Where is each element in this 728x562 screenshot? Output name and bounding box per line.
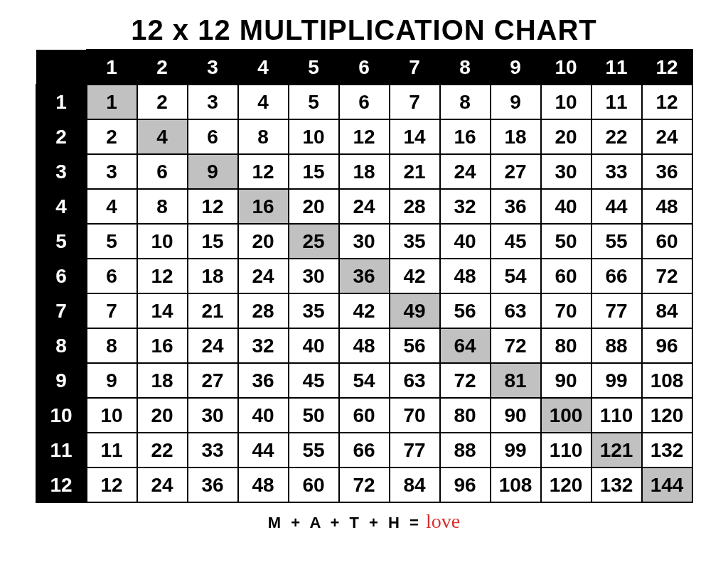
col-header: 10: [541, 50, 592, 85]
header-row: 123456789101112: [36, 50, 692, 85]
cell: 35: [289, 293, 339, 328]
cell: 14: [390, 119, 440, 154]
cell: 30: [289, 259, 339, 293]
cell: 48: [440, 259, 491, 293]
cell: 16: [440, 119, 491, 154]
cell: 77: [592, 293, 642, 328]
cell: 108: [642, 363, 692, 398]
cell: 5: [289, 85, 339, 119]
cell: 32: [238, 328, 289, 363]
cell: 18: [137, 363, 188, 398]
cell: 90: [541, 363, 592, 398]
cell: 12: [137, 259, 188, 293]
col-header: 6: [339, 50, 390, 85]
cell: 121: [592, 433, 642, 468]
cell: 16: [137, 328, 188, 363]
cell: 55: [289, 433, 339, 468]
cell: 11: [87, 433, 137, 468]
corner-cell: [36, 50, 87, 85]
cell: 2: [87, 119, 137, 154]
cell: 70: [390, 398, 440, 433]
cell: 54: [491, 259, 541, 293]
footer-love-text: love: [426, 510, 460, 533]
cell: 20: [238, 224, 289, 259]
cell: 42: [339, 293, 390, 328]
cell: 9: [87, 363, 137, 398]
cell: 108: [491, 468, 541, 502]
cell: 36: [238, 363, 289, 398]
row-header: 5: [36, 224, 87, 259]
table-row: 551015202530354045505560: [36, 224, 692, 259]
row-header: 4: [36, 189, 87, 224]
cell: 77: [390, 433, 440, 468]
cell: 15: [188, 224, 238, 259]
col-header: 5: [289, 50, 339, 85]
cell: 56: [440, 293, 491, 328]
cell: 72: [339, 468, 390, 502]
cell: 45: [289, 363, 339, 398]
cell: 12: [238, 154, 289, 189]
table-row: 10102030405060708090100110120: [36, 398, 692, 433]
cell: 3: [87, 154, 137, 189]
cell: 11: [592, 85, 642, 119]
cell: 8: [238, 119, 289, 154]
table-row: 3369121518212427303336: [36, 154, 692, 189]
cell: 28: [390, 189, 440, 224]
cell: 40: [541, 189, 592, 224]
cell: 21: [188, 293, 238, 328]
cell: 27: [188, 363, 238, 398]
cell: 80: [440, 398, 491, 433]
cell: 120: [541, 468, 592, 502]
cell: 84: [642, 293, 692, 328]
col-header: 8: [440, 50, 491, 85]
cell: 4: [87, 189, 137, 224]
col-header: 3: [188, 50, 238, 85]
cell: 24: [188, 328, 238, 363]
cell: 6: [188, 119, 238, 154]
cell: 27: [491, 154, 541, 189]
cell: 72: [642, 259, 692, 293]
row-header: 6: [36, 259, 87, 293]
cell: 56: [390, 328, 440, 363]
cell: 24: [137, 468, 188, 502]
col-header: 11: [592, 50, 642, 85]
cell: 144: [642, 468, 692, 502]
cell: 44: [592, 189, 642, 224]
col-header: 4: [238, 50, 289, 85]
cell: 22: [137, 433, 188, 468]
cell: 132: [592, 468, 642, 502]
cell: 99: [491, 433, 541, 468]
cell: 44: [238, 433, 289, 468]
cell: 42: [390, 259, 440, 293]
table-row: 881624324048566472808896: [36, 328, 692, 363]
cell: 40: [238, 398, 289, 433]
table-row: 771421283542495663707784: [36, 293, 692, 328]
cell: 63: [390, 363, 440, 398]
cell: 18: [188, 259, 238, 293]
cell: 5: [87, 224, 137, 259]
cell: 28: [238, 293, 289, 328]
cell: 60: [289, 468, 339, 502]
table-row: 44812162024283236404448: [36, 189, 692, 224]
cell: 8: [440, 85, 491, 119]
cell: 10: [541, 85, 592, 119]
cell: 63: [491, 293, 541, 328]
row-header: 7: [36, 293, 87, 328]
row-header: 3: [36, 154, 87, 189]
cell: 8: [87, 328, 137, 363]
cell: 7: [390, 85, 440, 119]
cell: 8: [137, 189, 188, 224]
cell: 10: [289, 119, 339, 154]
cell: 50: [541, 224, 592, 259]
multiplication-table: 123456789101112 112345678910111222468101…: [36, 49, 693, 503]
cell: 20: [289, 189, 339, 224]
row-header: 2: [36, 119, 87, 154]
cell: 9: [491, 85, 541, 119]
cell: 100: [541, 398, 592, 433]
cell: 4: [137, 119, 188, 154]
cell: 96: [642, 328, 692, 363]
table-row: 224681012141618202224: [36, 119, 692, 154]
cell: 50: [289, 398, 339, 433]
cell: 60: [339, 398, 390, 433]
cell: 60: [541, 259, 592, 293]
